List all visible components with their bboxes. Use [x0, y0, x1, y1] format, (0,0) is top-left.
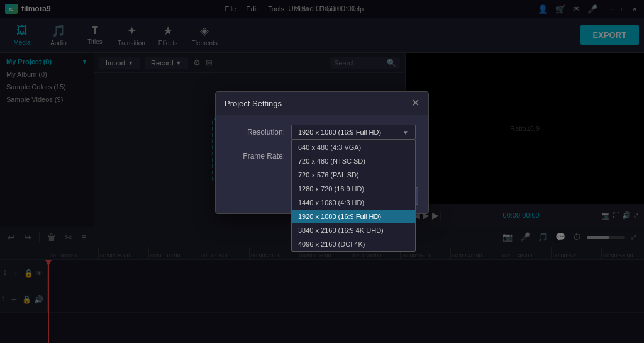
resolution-option-2[interactable]: 720 x 576 (PAL SD): [292, 168, 415, 182]
framerate-label: Frame Rate:: [228, 152, 285, 160]
resolution-dropdown-list: 640 x 480 (4:3 VGA) 720 x 480 (NTSC SD) …: [291, 140, 416, 252]
dialog-body: Resolution: 1920 x 1080 (16:9 Full HD) ▼…: [216, 115, 428, 182]
resolution-option-0[interactable]: 640 x 480 (4:3 VGA): [292, 140, 415, 154]
resolution-option-7[interactable]: 4096 x 2160 (DCI 4K): [292, 237, 415, 251]
dialog-title-text: Project Settings: [225, 99, 282, 108]
resolution-value: 1920 x 1080 (16:9 Full HD): [298, 128, 381, 136]
resolution-option-6[interactable]: 3840 x 2160 (16:9 4K UHD): [292, 223, 415, 237]
resolution-control: 1920 x 1080 (16:9 Full HD) ▼ 640 x 480 (…: [291, 125, 416, 140]
dialog-close-button[interactable]: ✕: [411, 98, 419, 108]
project-settings-dialog: Project Settings ✕ Resolution: 1920 x 10…: [215, 91, 429, 214]
resolution-dropdown[interactable]: 1920 x 1080 (16:9 Full HD) ▼: [291, 125, 416, 140]
dropdown-arrow-icon: ▼: [402, 129, 409, 136]
resolution-row: Resolution: 1920 x 1080 (16:9 Full HD) ▼…: [228, 125, 416, 140]
resolution-option-1[interactable]: 720 x 480 (NTSC SD): [292, 154, 415, 168]
modal-overlay: Project Settings ✕ Resolution: 1920 x 10…: [0, 0, 644, 343]
resolution-option-4[interactable]: 1440 x 1080 (4:3 HD): [292, 196, 415, 210]
resolution-option-5[interactable]: 1920 x 1080 (16:9 Full HD): [292, 210, 415, 223]
dialog-title-bar: Project Settings ✕: [216, 92, 428, 115]
resolution-label: Resolution:: [228, 128, 285, 137]
resolution-option-3[interactable]: 1280 x 720 (16:9 HD): [292, 182, 415, 196]
